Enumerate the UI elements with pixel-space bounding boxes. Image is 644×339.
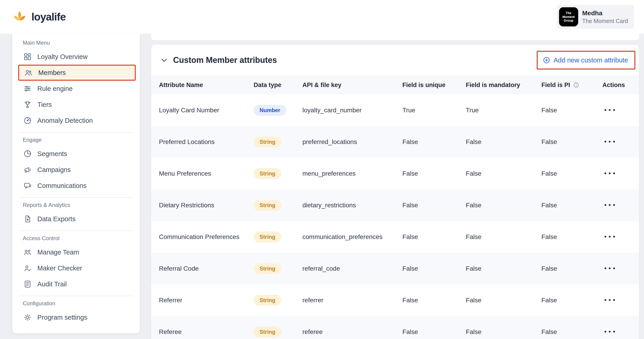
table-row-dietary-restrictions: Dietary RestrictionsStringdietary_restri… bbox=[151, 189, 639, 221]
sidebar-item-members[interactable]: Members bbox=[18, 65, 136, 81]
moment-group-logo: The Moment Group bbox=[559, 7, 578, 27]
sidebar-item-manage-team[interactable]: Manage Team bbox=[18, 244, 134, 260]
info-icon[interactable] bbox=[573, 82, 579, 88]
sidebar-item-program-settings[interactable]: Program settings bbox=[18, 309, 134, 325]
sidebar-item-audit-trail[interactable]: Audit Trail bbox=[18, 276, 134, 292]
sidebar-item-label: Members bbox=[38, 69, 66, 77]
custom-attributes-table: Attribute NameData typeAPI & file keyFie… bbox=[151, 76, 639, 339]
data-type-cell: String bbox=[254, 189, 302, 221]
sidebar-item-tiers[interactable]: Tiers bbox=[18, 97, 134, 113]
row-actions-button[interactable]: ••• bbox=[602, 327, 618, 337]
field-mandatory-cell: False bbox=[466, 158, 542, 189]
data-type-badge: Number bbox=[254, 105, 286, 116]
sidebar-item-segments[interactable]: Segments bbox=[18, 146, 134, 162]
field-unique-cell: False bbox=[402, 126, 466, 158]
main-column: Custom Member attributes Add new custom … bbox=[151, 34, 639, 339]
sidebar-item-maker-checker[interactable]: Maker Checker bbox=[18, 260, 134, 276]
api-file-key-cell: menu_preferences bbox=[302, 158, 402, 189]
sidebar-item-label: Loyalty Overview bbox=[37, 53, 88, 61]
table-header-row: Attribute NameData typeAPI & file keyFie… bbox=[151, 76, 639, 94]
sidebar-section-label-reports-analytics: Reports & Analytics bbox=[23, 202, 129, 208]
moment-group-logo-text: The Moment Group bbox=[560, 11, 577, 23]
sidebar-item-label: Audit Trail bbox=[37, 280, 67, 288]
table-row-menu-preferences: Menu PreferencesStringmenu_preferencesFa… bbox=[151, 158, 639, 189]
section-title: Custom Member attributes bbox=[173, 55, 277, 65]
field-pi-cell: False bbox=[542, 126, 602, 158]
column-header-label: Data type bbox=[254, 82, 282, 89]
row-actions-button[interactable]: ••• bbox=[602, 232, 618, 242]
card-header: Custom Member attributes Add new custom … bbox=[151, 45, 639, 76]
actions-cell: ••• bbox=[602, 284, 639, 316]
sidebar-item-loyalty-overview[interactable]: Loyalty Overview bbox=[18, 49, 134, 65]
sidebar-item-rule-engine[interactable]: Rule engine bbox=[18, 81, 134, 97]
column-header-data-type: Data type bbox=[254, 76, 302, 94]
field-unique-cell: False bbox=[402, 316, 466, 339]
section-collapse-toggle[interactable]: Custom Member attributes bbox=[160, 55, 277, 65]
data-type-badge: String bbox=[254, 231, 281, 242]
field-mandatory-cell: False bbox=[466, 316, 542, 339]
row-actions-button[interactable]: ••• bbox=[602, 105, 618, 115]
actions-cell: ••• bbox=[602, 221, 639, 253]
actions-cell: ••• bbox=[602, 94, 639, 126]
actions-cell: ••• bbox=[602, 126, 639, 158]
anomaly-icon bbox=[23, 116, 32, 125]
api-file-key-cell: referral_code bbox=[302, 253, 402, 284]
actions-cell: ••• bbox=[602, 316, 639, 339]
field-mandatory-cell: False bbox=[466, 126, 542, 158]
api-file-key-cell: referee bbox=[302, 316, 402, 339]
row-actions-button[interactable]: ••• bbox=[602, 168, 618, 179]
sidebar-section-label-access-control: Access Control bbox=[23, 235, 129, 241]
row-actions-button[interactable]: ••• bbox=[602, 263, 618, 274]
sidebar-divider bbox=[19, 231, 134, 231]
sidebar-section-label-engage: Engage bbox=[23, 137, 129, 143]
field-pi-cell: False bbox=[542, 253, 602, 284]
data-type-cell: String bbox=[254, 126, 302, 158]
maker-checker-icon bbox=[23, 264, 32, 272]
table-row-referral-code: Referral CodeStringreferral_codeFalseFal… bbox=[151, 253, 639, 284]
manage-team-icon bbox=[23, 248, 32, 256]
add-custom-attribute-button[interactable]: Add new custom attribute bbox=[537, 51, 635, 70]
data-exports-icon bbox=[23, 215, 32, 223]
column-header-field-is-mandatory: Field is mandatory bbox=[466, 76, 542, 94]
sidebar-item-communications[interactable]: Communications bbox=[18, 178, 134, 194]
sidebar-item-label: Segments bbox=[37, 150, 67, 158]
segments-icon bbox=[23, 149, 32, 158]
sidebar-item-data-exports[interactable]: Data Exports bbox=[18, 211, 134, 227]
account-name: Medha bbox=[582, 10, 628, 17]
sidebar-divider bbox=[19, 197, 134, 198]
members-icon bbox=[24, 68, 33, 77]
row-actions-button[interactable]: ••• bbox=[602, 137, 618, 147]
data-type-cell: String bbox=[254, 158, 302, 189]
data-type-cell: String bbox=[254, 221, 302, 253]
attribute-name-cell: Referrer bbox=[151, 284, 254, 316]
row-actions-button[interactable]: ••• bbox=[602, 200, 618, 210]
table-header-row: Attribute NameData typeAPI & file keyFie… bbox=[151, 76, 639, 94]
row-actions-button[interactable]: ••• bbox=[602, 295, 618, 305]
field-mandatory-cell: False bbox=[466, 284, 542, 316]
sidebar-item-label: Rule engine bbox=[37, 85, 73, 93]
data-type-badge: String bbox=[254, 326, 281, 337]
sidebar-item-label: Campaigns bbox=[37, 166, 71, 174]
content-area: Main MenuLoyalty OverviewMembersRule eng… bbox=[0, 34, 644, 339]
sidebar-item-campaigns[interactable]: Campaigns bbox=[18, 162, 134, 178]
field-pi-cell: False bbox=[542, 221, 602, 253]
sidebar-item-label: Anomaly Detection bbox=[37, 117, 93, 124]
column-header-label: Actions bbox=[602, 82, 625, 89]
sidebar-item-label: Data Exports bbox=[37, 215, 76, 223]
account-switcher[interactable]: The Moment Group Medha The Moment Card bbox=[557, 5, 634, 29]
column-header-label: Field is unique bbox=[402, 82, 446, 89]
field-pi-cell: False bbox=[542, 189, 602, 221]
sidebar-item-anomaly-detection[interactable]: Anomaly Detection bbox=[18, 113, 134, 129]
sidebar: Main MenuLoyalty OverviewMembersRule eng… bbox=[12, 34, 140, 333]
table-row-preferred-locations: Preferred LocationsStringpreferred_locat… bbox=[151, 126, 639, 158]
overview-icon bbox=[23, 52, 32, 61]
field-mandatory-cell: False bbox=[466, 253, 542, 284]
field-mandatory-cell: True bbox=[466, 94, 542, 126]
column-header-field-is-pi: Field is PI bbox=[542, 76, 602, 94]
field-unique-cell: False bbox=[402, 221, 466, 253]
program-settings-icon bbox=[23, 313, 32, 322]
table-row-loyalty-card-number: Loyalty Card NumberNumberloyalty_card_nu… bbox=[151, 94, 639, 126]
field-unique-cell: False bbox=[402, 158, 466, 189]
previous-card-edge bbox=[151, 34, 639, 40]
chevron-down-icon bbox=[160, 56, 168, 64]
